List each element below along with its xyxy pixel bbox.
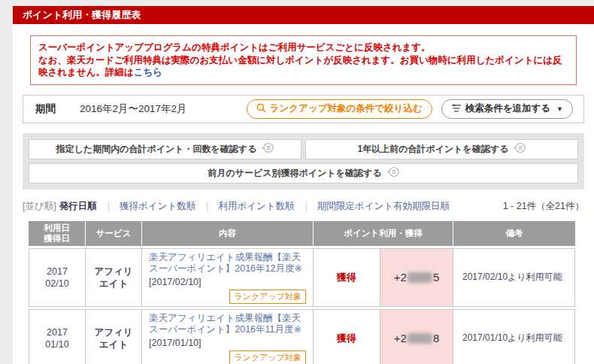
points-suffix: 8 [433,332,439,344]
sort-separator: ｜ [202,200,211,213]
sort-option-acquired-points[interactable]: 獲得ポイント数順 [120,200,195,213]
period-value: 2016年2月〜2017年2月 [80,102,187,116]
circled-list-icon [387,166,399,180]
rankup-target-badge: ランクアップ対象 [229,290,306,304]
cell-date: 2017 02/10 [29,249,85,306]
chevron-down-icon: ▼ [556,105,563,113]
circled-list-icon [514,142,526,156]
prev-month-by-service-button[interactable]: 前月のサービス別獲得ポイントを確認する [29,163,578,184]
cell-point-type: 獲得 [313,249,380,306]
period-bar: 期間 2016年2月〜2017年2月 ランクアップ対象の条件で絞り込む 検索条件… [23,95,584,123]
table-body: 2017 02/10 アフィリ エイト 楽天アフィリエイト成果報酬【楽天スーパー… [29,248,575,364]
cell-remark: 2017/02/10より利用可能 [453,249,574,306]
circled-list-icon [262,142,274,156]
points-prefix: +2 [394,332,407,344]
table-row: 2017 01/10 アフィリ エイト 楽天アフィリエイト成果報酬【楽天スーパー… [29,309,575,364]
sort-separator: ｜ [302,200,311,213]
page-title: ポイント利用・獲得履歴表 [13,6,594,24]
cell-points: +2 8 [380,310,453,364]
sort-option-limited-expiry[interactable]: 期間限定ポイント有効期限日順 [317,200,450,213]
cell-content: 楽天アフィリエイト成果報酬【楽天スーパーポイント】2016年12月度※ [201… [141,249,313,306]
header-remark: 備考 [453,221,575,246]
search-icon [256,103,266,115]
notice-detail-link[interactable]: こちら [134,67,162,77]
header-date: 利用日 獲得日 [29,221,85,246]
period-label: 期間 [35,102,56,116]
sort-option-used-points[interactable]: 利用ポイント数順 [218,200,294,213]
add-search-condition-label: 検索条件を追加する [465,102,550,115]
add-search-condition-button[interactable]: 検索条件を追加する ▼ [441,99,573,119]
prev-month-by-service-label: 前月のサービス別獲得ポイントを確認する [208,167,381,180]
header-service: サービス [85,221,141,246]
over-one-year-button[interactable]: 1年以上前の合計ポイントを確認する [305,139,578,159]
table-row: 2017 02/10 アフィリ エイト 楽天アフィリエイト成果報酬【楽天スーパー… [29,248,575,307]
censor-block [408,272,432,283]
notice-line2: なお、楽天カードご利用特典は実際のお支払い金額に対しポイントが反映されます。お買… [38,55,562,78]
header-content: 内容 [141,221,313,246]
notice-box: スーパーポイントアッププログラムの特典ポイントはご利用サービスごとに反映されます… [30,35,577,85]
table-header-row: 利用日 獲得日 サービス 内容 ポイント利用・獲得 備考 [29,221,575,246]
rankup-target-badge: ランクアップ対象 [229,350,306,364]
cell-content: 楽天アフィリエイト成果報酬【楽天スーパーポイント】2016年11月度※ [201… [141,310,313,364]
period-actions: ランクアップ対象の条件で絞り込む 検索条件を追加する ▼ [247,99,573,119]
content-link[interactable]: 楽天アフィリエイト成果報酬【楽天スーパーポイント】2016年11月度※ [149,313,306,336]
sort-separator: ｜ [104,200,113,213]
summary-panel: 指定した期間内の合計ポイント・回数を確認する 1年以上前の合計ポイントを確認する… [23,133,584,190]
content-area: スーパーポイントアッププログラムの特典ポイントはご利用サービスごとに反映されます… [13,35,594,364]
sort-option-issue-date[interactable]: 発行日順 [59,200,97,213]
points-table: 利用日 獲得日 サービス 内容 ポイント利用・獲得 備考 2017 02/10 … [29,221,575,364]
notice-line1: スーパーポイントアッププログラムの特典ポイントはご利用サービスごとに反映されます… [38,42,431,53]
cell-remark: 2017/01/10より利用可能 [453,310,574,364]
filter-icon [451,103,462,114]
over-one-year-label: 1年以上前の合計ポイントを確認する [358,143,509,156]
sort-bar: [並び順] 発行日順 ｜ 獲得ポイント数順 ｜ 利用ポイント数順 ｜ 期間限定ポ… [23,200,584,213]
cell-service: アフィリ エイト [85,310,141,364]
points-suffix: 5 [433,271,439,284]
rankup-filter-button[interactable]: ランクアップ対象の条件で絞り込む [247,99,432,119]
cell-point-type: 獲得 [313,310,380,364]
content-link[interactable]: 楽天アフィリエイト成果報酬【楽天スーパーポイント】2016年12月度※ [149,252,306,275]
cell-date: 2017 01/10 [29,310,85,364]
header-points: ポイント利用・獲得 [313,221,453,246]
page-container: ポイント利用・獲得履歴表 スーパーポイントアッププログラムの特典ポイントはご利用… [13,6,594,364]
cell-points: +2 5 [380,249,453,306]
cell-service: アフィリ エイト [85,249,141,306]
summary-panel-row-2: 前月のサービス別獲得ポイントを確認する [29,163,578,184]
points-prefix: +2 [394,271,407,284]
period-total-button[interactable]: 指定した期間内の合計ポイント・回数を確認する [29,139,302,159]
sort-label: [並び順] [23,200,56,213]
result-count: 1 - 21件（全21件） [503,200,584,213]
content-date: [2017/01/10] [149,337,306,349]
summary-panel-row-1: 指定した期間内の合計ポイント・回数を確認する 1年以上前の合計ポイントを確認する [29,139,578,159]
rankup-filter-label: ランクアップ対象の条件で絞り込む [270,102,423,115]
content-date: [2017/02/10] [149,276,306,288]
period-total-label: 指定した期間内の合計ポイント・回数を確認する [56,143,257,156]
censor-block [408,333,432,344]
